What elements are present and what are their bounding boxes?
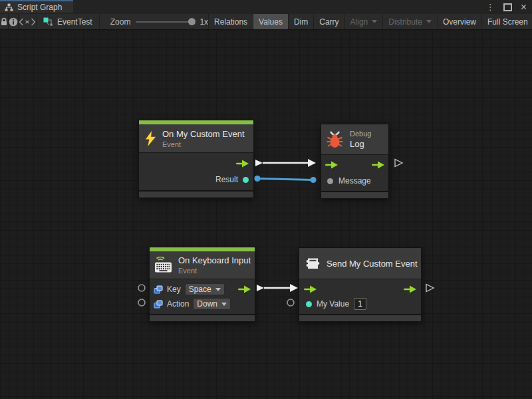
my-value-port[interactable] (306, 301, 312, 307)
result-output-row: Result (139, 172, 253, 188)
node-header[interactable]: Debug Log (321, 124, 388, 154)
node-header[interactable]: On My Custom Event Event (139, 124, 253, 152)
zoom-slider-handle[interactable] (188, 18, 196, 25)
keyboard-icon (154, 257, 172, 273)
chevron-down-icon (215, 288, 221, 291)
node-header[interactable]: Send My Custom Event (299, 248, 421, 279)
code-icon (19, 18, 36, 26)
my-value-text: 1 (358, 299, 362, 309)
action-input-row: Action Down (150, 297, 255, 311)
node-title: On Keyboard Input (178, 255, 251, 265)
align-button[interactable]: Align (344, 14, 383, 29)
node-debug-log[interactable]: Debug Log (321, 124, 389, 199)
wire-control-custom-event-to-log (255, 159, 316, 167)
graph-picker-button[interactable]: EventTest (37, 14, 100, 29)
zoom-label: Zoom (110, 17, 131, 27)
action-label: Action (167, 299, 189, 309)
lock-icon (0, 17, 8, 26)
unit-icon (305, 257, 321, 271)
fullscreen-button[interactable]: Full Screen (481, 14, 532, 29)
unconnected-flow-port-debug-log (395, 160, 402, 167)
zoom-value-label: 1x (200, 17, 208, 27)
unconnected-port-my-value (287, 299, 294, 306)
node-title: Send My Custom Event (327, 259, 418, 269)
key-label: Key (167, 285, 181, 294)
node-body: Result (139, 152, 253, 190)
graph-name-label: EventTest (57, 17, 92, 27)
maximize-button[interactable] (503, 3, 512, 11)
unconnected-flow-port-send-event (426, 285, 434, 292)
info-button[interactable] (9, 14, 19, 29)
toolbar-right-group: Relations Values Dim Carry Align Distrib… (208, 14, 532, 29)
key-dropdown[interactable]: Space (185, 283, 225, 295)
action-dropdown-value: Down (197, 299, 217, 309)
node-subtitle: Event (178, 267, 251, 275)
message-label: Message (338, 176, 371, 186)
lock-button[interactable] (0, 14, 9, 29)
node-surtitle: Debug (350, 130, 371, 138)
flow-output-port[interactable] (372, 161, 384, 169)
flow-output-port[interactable] (236, 160, 249, 168)
flow-input-port[interactable] (304, 285, 317, 293)
dim-button[interactable]: Dim (288, 14, 313, 29)
chevron-down-icon (426, 20, 432, 23)
my-value-field[interactable]: 1 (354, 298, 366, 310)
unconnected-port-key (138, 285, 145, 291)
overview-button[interactable]: Overview (437, 14, 481, 29)
close-button[interactable]: × (521, 2, 527, 13)
node-send-my-custom-event[interactable]: Send My Custom Event (299, 247, 422, 322)
window-controls: ⋮ × (486, 0, 527, 14)
enum-icon (154, 300, 163, 309)
node-footer (139, 190, 253, 198)
node-on-my-custom-event[interactable]: On My Custom Event Event Result (138, 120, 254, 198)
info-icon (9, 17, 18, 27)
graph-asset-icon (43, 17, 53, 26)
flow-row (321, 157, 388, 173)
tab-label: Script Graph (17, 3, 62, 12)
key-input-row: Key Space (150, 282, 255, 297)
distribute-button[interactable]: Distribute (382, 14, 437, 29)
trigger-output-row (139, 156, 253, 172)
lightning-bolt-icon (145, 131, 156, 146)
node-footer (150, 314, 255, 321)
node-subtitle: Event (162, 140, 245, 148)
zoom-control: Zoom 1x (110, 14, 208, 29)
graph-canvas[interactable]: On My Custom Event Event Result (0, 31, 532, 399)
window-menu-button[interactable]: ⋮ (486, 3, 495, 11)
window-titlebar: Script Graph ⋮ × (0, 0, 532, 14)
node-header[interactable]: On Keyboard Input Event (150, 251, 255, 279)
carry-button[interactable]: Carry (313, 14, 344, 29)
node-body: Message (321, 154, 388, 191)
distribute-label: Distribute (388, 17, 422, 27)
values-button[interactable]: Values (253, 14, 288, 29)
chevron-down-icon (372, 20, 377, 23)
relations-button[interactable]: Relations (208, 14, 253, 29)
graph-toolbar: EventTest Zoom 1x Relations Values Dim C… (0, 14, 532, 30)
my-value-input-row: My Value 1 (299, 297, 421, 311)
zoom-slider[interactable] (136, 21, 194, 23)
script-graph-icon (5, 3, 13, 11)
node-body: Key Space (150, 279, 255, 314)
wires-overlay (0, 31, 532, 399)
my-value-label: My Value (317, 299, 349, 309)
preview-code-button[interactable] (19, 14, 37, 29)
node-body: My Value 1 (299, 279, 421, 314)
tab-script-graph[interactable]: Script Graph (0, 0, 73, 13)
node-footer (299, 314, 421, 321)
node-footer (321, 191, 388, 198)
flow-row (299, 282, 421, 297)
node-title: Log (350, 139, 371, 149)
flow-input-port[interactable] (325, 161, 338, 169)
message-input-row: Message (321, 173, 388, 189)
action-dropdown[interactable]: Down (193, 298, 231, 310)
align-label: Align (350, 17, 368, 27)
bug-icon (326, 130, 344, 149)
chevron-down-icon (221, 303, 227, 306)
result-value-port[interactable] (243, 177, 249, 183)
node-on-keyboard-input[interactable]: On Keyboard Input Event Key Space (149, 247, 255, 322)
node-title: On My Custom Event (162, 129, 245, 139)
flow-output-port[interactable] (238, 285, 251, 293)
unconnected-port-action (138, 299, 145, 306)
message-value-port[interactable] (327, 178, 333, 184)
flow-output-port[interactable] (404, 285, 416, 293)
